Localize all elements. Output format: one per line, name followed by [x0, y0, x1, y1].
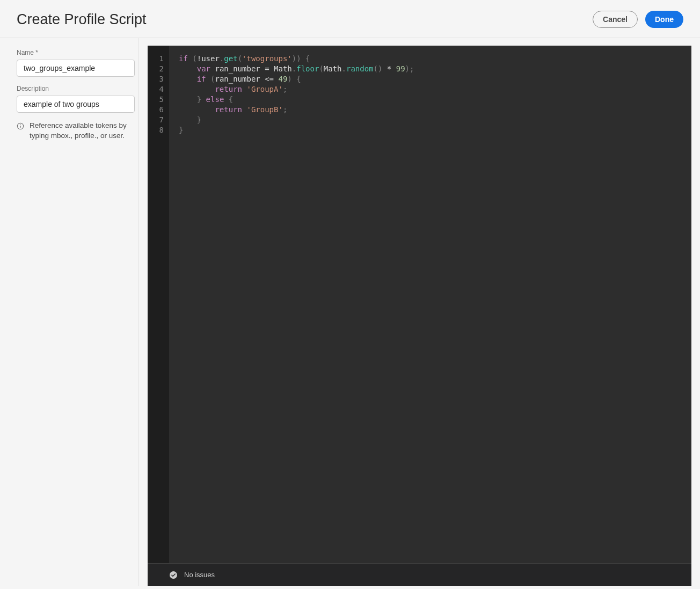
done-button[interactable]: Done	[645, 11, 683, 28]
line-number: 5	[148, 94, 164, 105]
line-number: 7	[148, 115, 164, 125]
name-input[interactable]	[17, 60, 135, 77]
editor-statusbar: No issues	[148, 563, 691, 586]
status-text: No issues	[184, 571, 215, 579]
header: Create Profile Script Cancel Done	[0, 0, 700, 38]
description-input[interactable]	[17, 96, 135, 113]
line-number: 8	[148, 125, 164, 135]
page-title: Create Profile Script	[17, 11, 147, 28]
check-circle-icon	[169, 571, 178, 579]
line-number: 2	[148, 64, 164, 74]
header-actions: Cancel Done	[593, 11, 683, 28]
line-number: 4	[148, 84, 164, 94]
code-lines[interactable]: if (!user.get('twogroups')) { var ran_nu…	[169, 46, 691, 563]
info-icon	[17, 122, 24, 130]
info-text: Reference available tokens by typing mbo…	[30, 121, 135, 141]
code-editor[interactable]: 1 2 3 4 5 6 7 8 if (!user.get('twogroups…	[148, 46, 691, 586]
editor-wrap: 1 2 3 4 5 6 7 8 if (!user.get('twogroups…	[139, 38, 700, 586]
info-row: Reference available tokens by typing mbo…	[17, 121, 135, 141]
description-label: Description	[17, 85, 135, 92]
cancel-button[interactable]: Cancel	[593, 11, 638, 28]
code-area[interactable]: 1 2 3 4 5 6 7 8 if (!user.get('twogroups…	[148, 46, 691, 563]
svg-point-3	[170, 571, 177, 579]
content: Name * Description Reference available t…	[0, 38, 700, 586]
name-field-group: Name *	[17, 49, 135, 77]
line-number: 1	[148, 54, 164, 64]
description-field-group: Description	[17, 85, 135, 113]
svg-point-2	[20, 125, 20, 125]
name-label: Name *	[17, 49, 135, 56]
sidebar: Name * Description Reference available t…	[0, 38, 139, 586]
line-number: 3	[148, 74, 164, 84]
line-number: 6	[148, 105, 164, 115]
line-gutter: 1 2 3 4 5 6 7 8	[148, 46, 169, 563]
